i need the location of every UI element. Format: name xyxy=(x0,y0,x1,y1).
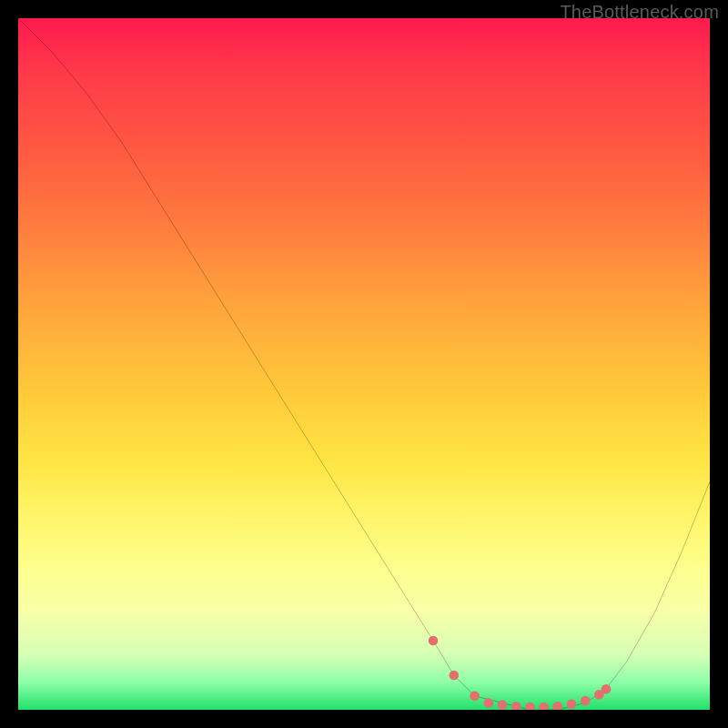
valley-dot xyxy=(483,698,493,708)
valley-dot xyxy=(525,703,535,710)
valley-markers xyxy=(429,636,612,710)
valley-dot xyxy=(602,684,612,694)
plot-area xyxy=(18,18,710,710)
valley-dot xyxy=(567,700,577,710)
valley-dot xyxy=(429,636,439,646)
watermark-text: TheBottleneck.com xyxy=(560,2,719,23)
valley-dot xyxy=(470,691,480,701)
valley-dot xyxy=(511,702,521,710)
valley-dot xyxy=(498,700,508,710)
valley-dot xyxy=(449,671,459,681)
valley-dot xyxy=(552,702,562,710)
chart-frame: TheBottleneck.com xyxy=(0,0,728,728)
bottleneck-curve xyxy=(18,18,710,710)
valley-dot xyxy=(581,696,591,706)
valley-dot xyxy=(539,703,549,710)
chart-svg xyxy=(18,18,710,710)
